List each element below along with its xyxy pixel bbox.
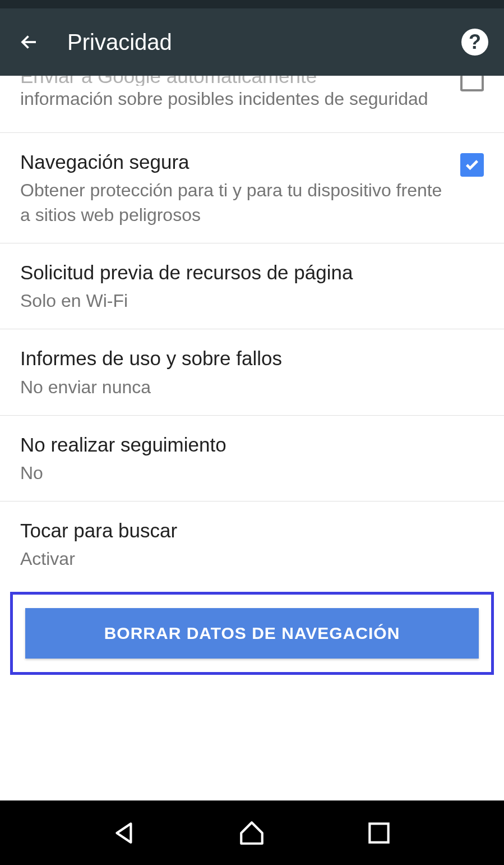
setting-subtitle: No enviar nunca <box>20 375 484 399</box>
settings-list: Enviar a Google automáticamente informac… <box>0 76 504 800</box>
help-icon: ? <box>469 30 481 54</box>
svg-marker-1 <box>117 823 131 842</box>
setting-tap-to-search[interactable]: Tocar para buscar Activar <box>0 501 504 587</box>
setting-text: Navegación segura Obtener protección par… <box>20 149 443 227</box>
setting-subtitle: información sobre posibles incidentes de… <box>20 87 443 111</box>
nav-back-button[interactable] <box>108 816 142 850</box>
setting-title: Navegación segura <box>20 149 443 175</box>
app-bar: Privacidad ? <box>0 8 504 76</box>
setting-subtitle: No <box>20 461 484 485</box>
checkbox-wrap <box>460 149 484 177</box>
setting-text: Informes de uso y sobre fallos No enviar… <box>20 345 484 399</box>
square-recent-icon <box>365 819 393 847</box>
setting-subtitle: Solo en Wi-Fi <box>20 289 484 313</box>
setting-text: Solicitud previa de recursos de página S… <box>20 259 484 313</box>
checkbox-checked-icon[interactable] <box>460 153 484 177</box>
checkbox-wrap <box>460 76 484 91</box>
checkmark-icon <box>464 157 480 173</box>
setting-title: Informes de uso y sobre fallos <box>20 345 484 371</box>
page-title: Privacidad <box>67 30 461 55</box>
setting-title: Solicitud previa de recursos de página <box>20 259 484 286</box>
setting-usage-reports[interactable]: Informes de uso y sobre fallos No enviar… <box>0 329 504 415</box>
setting-safe-browsing[interactable]: Navegación segura Obtener protección par… <box>0 133 504 243</box>
back-arrow-icon <box>19 32 39 52</box>
setting-subtitle: Activar <box>20 547 484 571</box>
help-button[interactable]: ? <box>461 29 488 56</box>
setting-safe-browsing-reports[interactable]: Enviar a Google automáticamente informac… <box>0 76 504 133</box>
setting-subtitle: Obtener protección para ti y para tu dis… <box>20 178 443 227</box>
clear-browsing-data-button[interactable]: BORRAR DATOS DE NAVEGACIÓN <box>25 608 479 659</box>
nav-recent-button[interactable] <box>362 816 396 850</box>
clear-data-highlight: BORRAR DATOS DE NAVEGACIÓN <box>10 592 494 675</box>
checkbox-unchecked-icon[interactable] <box>460 76 484 91</box>
nav-home-button[interactable] <box>235 816 269 850</box>
triangle-back-icon <box>111 819 139 847</box>
status-bar <box>0 0 504 8</box>
setting-title: Tocar para buscar <box>20 517 484 544</box>
setting-text: Enviar a Google automáticamente informac… <box>20 76 443 111</box>
setting-text: Tocar para buscar Activar <box>20 517 484 571</box>
setting-title: No realizar seguimiento <box>20 431 484 458</box>
svg-rect-3 <box>369 823 388 842</box>
setting-prefetch[interactable]: Solicitud previa de recursos de página S… <box>0 243 504 329</box>
home-icon <box>238 819 266 847</box>
navigation-bar <box>0 800 504 865</box>
setting-do-not-track[interactable]: No realizar seguimiento No <box>0 416 504 501</box>
svg-marker-2 <box>242 822 263 844</box>
setting-text: No realizar seguimiento No <box>20 431 484 485</box>
setting-title-partial: Enviar a Google automáticamente <box>20 76 443 86</box>
back-button[interactable] <box>16 29 43 56</box>
